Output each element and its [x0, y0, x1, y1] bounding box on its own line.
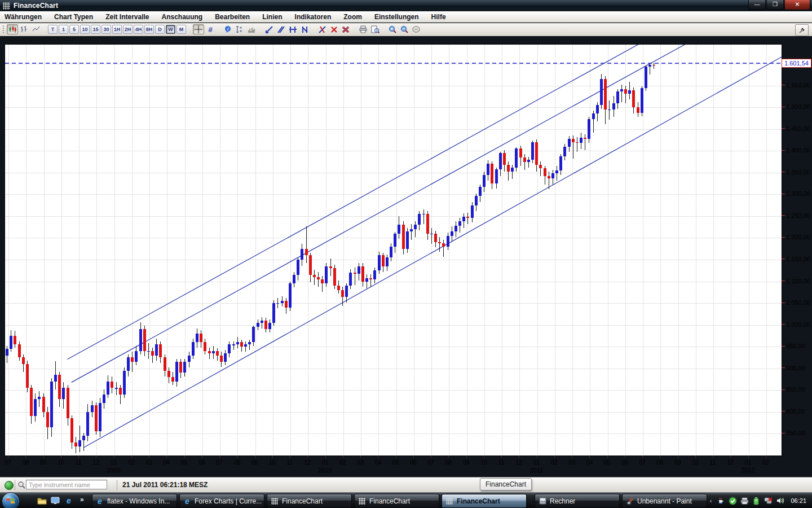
taskbar-button-rechner[interactable]: Rechner [535, 494, 620, 508]
horizontal-lines-icon[interactable] [287, 24, 298, 34]
internet-explorer-icon[interactable]: e [63, 495, 74, 506]
folder-icon[interactable] [36, 495, 47, 506]
y-axis-label: 900,00 [786, 365, 805, 371]
x-axis[interactable]: 0708091011120102030405060708091011120102… [5, 456, 782, 477]
toolbar-drag-handle[interactable] [2, 25, 5, 34]
interval-tick[interactable]: T [48, 25, 58, 34]
print-spooler-icon[interactable] [740, 496, 749, 505]
interval-week[interactable]: W [166, 25, 175, 34]
app-grid-icon [445, 497, 453, 505]
menu-chart-typen[interactable]: Chart Typen [54, 13, 93, 21]
taskbar-button-financechart-1[interactable]: FinanceChart [267, 494, 352, 508]
minimize-button[interactable]: — [748, 0, 766, 10]
price-axis-icon[interactable]: ## [234, 24, 245, 34]
candlestick-chart-icon[interactable] [7, 24, 18, 34]
x-axis-month-label: 01 [531, 459, 543, 466]
x-axis-month-label: 08 [19, 459, 32, 466]
taskbar-button-paint[interactable]: Unbenannt - Paint [622, 494, 707, 508]
java-icon[interactable] [716, 496, 725, 505]
crosshair-icon[interactable] [193, 24, 204, 34]
vertical-trend-icon[interactable] [299, 24, 310, 34]
x-axis-month-label: 06 [196, 459, 208, 466]
menu-zeit-intervalle[interactable]: Zeit Intervalle [105, 13, 149, 21]
y-tickmark [782, 411, 785, 411]
search-icon[interactable] [17, 481, 25, 491]
ok-check-icon[interactable] [728, 496, 737, 505]
x-axis-month-label: 08 [231, 459, 243, 466]
interval-5m[interactable]: 5 [69, 25, 79, 34]
taskbar-clock[interactable]: 06:21 [791, 497, 806, 504]
candles-layer [5, 45, 782, 456]
line-chart-icon[interactable] [30, 24, 42, 34]
x-tickmark [25, 456, 26, 458]
y-axis-tick: 1.100,00 [782, 278, 810, 284]
restore-button[interactable]: ❐ [766, 0, 784, 10]
taskbar-button-financechart-active[interactable]: FinanceChart [442, 494, 527, 508]
quicklaunch-overflow-chevron[interactable]: » [80, 496, 84, 503]
close-button[interactable]: ✕ [784, 0, 810, 10]
y-axis-label: 1.500,00 [786, 103, 810, 110]
interval-30m[interactable]: 30 [102, 25, 111, 34]
titlebar: FinanceChart — ❐ ✕ [0, 0, 812, 11]
zoom-reset-icon[interactable] [411, 24, 422, 34]
y-axis-tick: 1.550,00 [782, 82, 810, 89]
menu-hilfe[interactable]: Hilfe [431, 13, 446, 21]
interval-month[interactable]: M [176, 25, 186, 34]
y-axis[interactable]: 1.550,001.500,001.450,001.400,001.350,00… [782, 44, 812, 456]
x-tickmark [114, 456, 114, 458]
x-tickmark [96, 456, 96, 458]
menu-linien[interactable]: Linien [262, 13, 282, 21]
print-icon[interactable] [358, 24, 369, 34]
x-axis-month-label: 04 [160, 459, 173, 466]
menu-waehrungen[interactable]: Währungen [5, 13, 42, 21]
zoom-out-icon[interactable] [399, 24, 410, 34]
delete-all-lines-icon[interactable] [340, 24, 351, 34]
interval-day[interactable]: D [155, 25, 165, 34]
instrument-search-input[interactable] [26, 480, 107, 489]
x-axis-month-label: 11 [495, 459, 508, 466]
interval-2h[interactable]: 2H [123, 25, 133, 34]
separator [15, 480, 15, 491]
grid-icon[interactable]: # [205, 24, 216, 34]
menu-bearbeiten[interactable]: Bearbeiten [215, 13, 250, 21]
menu-zoom[interactable]: Zoom [343, 13, 362, 21]
print-preview-icon[interactable] [369, 24, 381, 34]
info-balloon-icon[interactable]: i [222, 24, 233, 34]
y-axis-tick: 900,00 [782, 365, 805, 371]
taskbar-button-flatex[interactable]: e flatex - Windows In... [92, 494, 177, 508]
bar-chart-icon[interactable] [19, 24, 30, 34]
trend-line-icon[interactable] [263, 24, 275, 34]
remove-line-icon[interactable] [316, 24, 328, 34]
y-axis-label: 950,00 [786, 343, 805, 349]
y-axis-label: 1.250,00 [786, 212, 810, 219]
x-tickmark [255, 456, 255, 458]
taskbar-button-financechart-2[interactable]: FinanceChart [354, 494, 439, 508]
interval-1h[interactable]: 1H [112, 25, 122, 34]
battery-icon[interactable] [752, 496, 761, 505]
pin-icon[interactable] [795, 24, 809, 36]
menu-einstellungen[interactable]: Einstellungen [374, 13, 419, 21]
delete-line-icon[interactable] [328, 24, 339, 34]
tray-chevron-icon[interactable]: ‹ [710, 497, 712, 504]
taskbar-button-forex-charts[interactable]: e Forex Charts | Curre... [179, 494, 264, 508]
interval-15m[interactable]: 15 [91, 25, 100, 34]
zoom-in-icon[interactable] [387, 24, 398, 34]
trend-channel-icon[interactable] [275, 24, 286, 34]
menubar: Währungen Chart Typen Zeit Intervalle An… [0, 11, 812, 23]
start-button[interactable] [2, 492, 20, 508]
x-axis-month-label: 12 [301, 459, 314, 466]
interval-4h[interactable]: 4H [134, 25, 143, 34]
x-tickmark [360, 456, 361, 458]
y-axis-tick: 1.050,00 [782, 299, 810, 306]
network-error-icon[interactable] [764, 496, 773, 505]
menu-indikatoren[interactable]: Indikatoren [295, 13, 332, 21]
interval-10m[interactable]: 10 [80, 25, 90, 34]
toolbar: T 1 5 10 15 30 1H 2H 4H 8H D W M # i ## [0, 23, 812, 36]
menu-anschauung[interactable]: Anschauung [162, 13, 203, 21]
interval-1m[interactable]: 1 [59, 25, 68, 34]
volume-histogram-icon[interactable] [246, 24, 257, 34]
interval-8h[interactable]: 8H [144, 25, 154, 34]
volume-icon[interactable] [775, 496, 784, 505]
price-chart[interactable] [5, 44, 782, 456]
show-desktop-icon[interactable] [50, 495, 61, 506]
